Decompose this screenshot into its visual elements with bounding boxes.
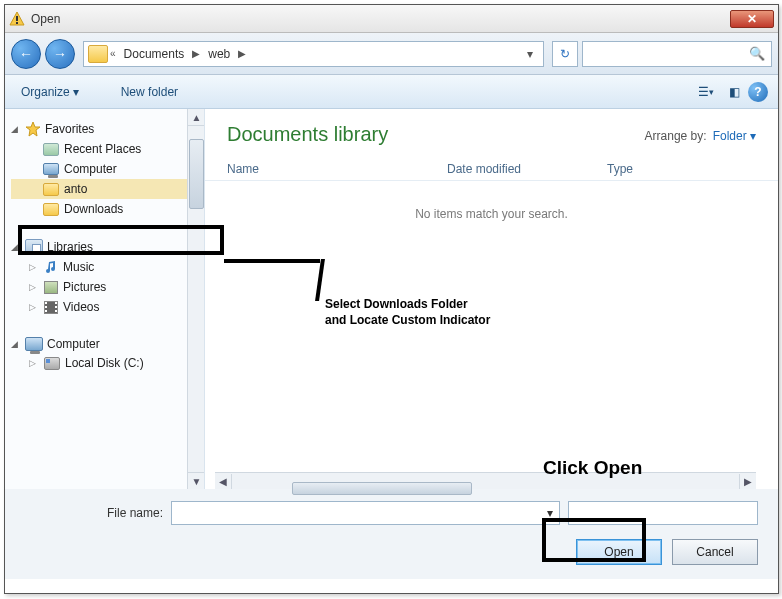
chevron-right-icon: ▶ [192, 48, 200, 59]
chevron-left-icon: « [110, 48, 116, 59]
chevron-down-icon: ▾ [750, 129, 756, 143]
window-title: Open [31, 12, 730, 26]
sidebar-item-music[interactable]: ▷Music [11, 257, 200, 277]
toolbar: Organize▾ New folder ☰▾ ◧ ? [5, 75, 778, 109]
expand-icon: ▷ [29, 302, 39, 312]
music-icon [44, 260, 58, 274]
sidebar-section-computer[interactable]: ◢ Computer [11, 335, 200, 353]
scroll-thumb[interactable] [292, 482, 472, 495]
list-view-icon: ☰ [698, 85, 709, 99]
sidebar-item-anto[interactable]: anto [11, 179, 200, 199]
app-icon [9, 11, 25, 27]
help-button[interactable]: ? [748, 82, 768, 102]
footer: File name: ▾ Open Cancel [5, 489, 778, 579]
filename-input[interactable]: ▾ [171, 501, 560, 525]
folder-icon [88, 45, 108, 63]
expand-icon: ▷ [29, 262, 39, 272]
sidebar-item-computer-fav[interactable]: Computer [11, 159, 200, 179]
content-pane: Documents library Arrange by: Folder ▾ N… [205, 109, 778, 489]
annotation-text-open: Click Open [543, 455, 642, 481]
close-button[interactable]: ✕ [730, 10, 774, 28]
arrow-right-icon: → [53, 46, 67, 62]
organize-button[interactable]: Organize▾ [15, 81, 85, 103]
computer-icon [43, 163, 59, 175]
pictures-icon [44, 281, 58, 294]
chevron-right-icon: ▶ [238, 48, 246, 59]
forward-button[interactable]: → [45, 39, 75, 69]
close-icon: ✕ [747, 12, 757, 26]
panel-icon: ◧ [729, 85, 740, 99]
scroll-right-button[interactable]: ▶ [739, 474, 756, 489]
arrange-by-dropdown[interactable]: Folder ▾ [713, 129, 756, 143]
sidebar: ◢ Favorites Recent Places Computer anto … [5, 109, 205, 489]
empty-message: No items match your search. [205, 181, 778, 472]
view-options-button[interactable]: ☰▾ [692, 81, 720, 103]
folder-icon [43, 203, 59, 216]
annotation-text-downloads: Select Downloads Folder and Locate Custo… [325, 296, 490, 328]
column-name[interactable]: Name [227, 162, 447, 176]
chevron-down-icon: ▾ [73, 85, 79, 99]
scroll-up-button[interactable]: ▲ [188, 109, 205, 126]
library-title: Documents library [227, 123, 388, 146]
nav-bar: ← → « Documents ▶ web ▶ ▾ ↻ 🔍 [5, 33, 778, 75]
refresh-icon: ↻ [560, 47, 570, 61]
arrange-by: Arrange by: Folder ▾ [645, 123, 756, 143]
sidebar-section-favorites[interactable]: ◢ Favorites [11, 119, 200, 139]
breadcrumb[interactable]: « Documents ▶ web ▶ ▾ [83, 41, 544, 67]
arrow-left-icon: ← [19, 46, 33, 62]
search-input[interactable]: 🔍 [582, 41, 772, 67]
column-date-modified[interactable]: Date modified [447, 162, 607, 176]
collapse-icon: ◢ [11, 339, 21, 349]
search-icon: 🔍 [749, 46, 765, 61]
disk-icon [44, 357, 60, 370]
breadcrumb-documents[interactable]: Documents [118, 47, 191, 61]
scroll-left-button[interactable]: ◀ [215, 474, 232, 489]
svg-rect-2 [16, 22, 18, 24]
sidebar-item-local-disk-c[interactable]: ▷Local Disk (C:) [11, 353, 200, 373]
folder-icon [43, 183, 59, 196]
annotation-leader-line [224, 259, 320, 263]
videos-icon [44, 301, 58, 314]
computer-icon [25, 337, 43, 351]
sidebar-item-pictures[interactable]: ▷Pictures [11, 277, 200, 297]
scroll-thumb[interactable] [189, 139, 204, 209]
expand-icon: ▷ [29, 282, 39, 292]
titlebar: Open ✕ [5, 5, 778, 33]
sidebar-section-libraries[interactable]: ◢ Libraries [11, 237, 200, 257]
refresh-button[interactable]: ↻ [552, 41, 578, 67]
sidebar-item-recent-places[interactable]: Recent Places [11, 139, 200, 159]
svg-marker-3 [26, 122, 40, 136]
column-type[interactable]: Type [607, 162, 667, 176]
breadcrumb-dropdown[interactable]: ▾ [521, 47, 539, 61]
cancel-button[interactable]: Cancel [672, 539, 758, 565]
scroll-down-button[interactable]: ▼ [188, 472, 205, 489]
sidebar-scrollbar[interactable]: ▲ ▼ [187, 109, 204, 489]
breadcrumb-web[interactable]: web [202, 47, 236, 61]
file-type-filter[interactable] [568, 501, 758, 525]
collapse-icon: ◢ [11, 242, 21, 252]
collapse-icon: ◢ [11, 124, 21, 134]
chevron-down-icon[interactable]: ▾ [547, 506, 553, 520]
open-button[interactable]: Open [576, 539, 662, 565]
preview-pane-button[interactable]: ◧ [720, 81, 748, 103]
horizontal-scrollbar[interactable]: ◀ ▶ [215, 472, 756, 489]
new-folder-button[interactable]: New folder [115, 81, 184, 103]
sidebar-item-downloads[interactable]: Downloads [11, 199, 200, 219]
libraries-icon [25, 239, 43, 255]
chevron-down-icon: ▾ [709, 87, 714, 97]
back-button[interactable]: ← [11, 39, 41, 69]
recent-places-icon [43, 143, 59, 156]
star-icon [25, 121, 41, 137]
help-icon: ? [754, 85, 761, 99]
expand-icon: ▷ [29, 358, 39, 368]
sidebar-item-videos[interactable]: ▷Videos [11, 297, 200, 317]
svg-rect-1 [16, 16, 18, 21]
column-headers: Name Date modified Type [205, 152, 778, 181]
filename-label: File name: [85, 506, 163, 520]
